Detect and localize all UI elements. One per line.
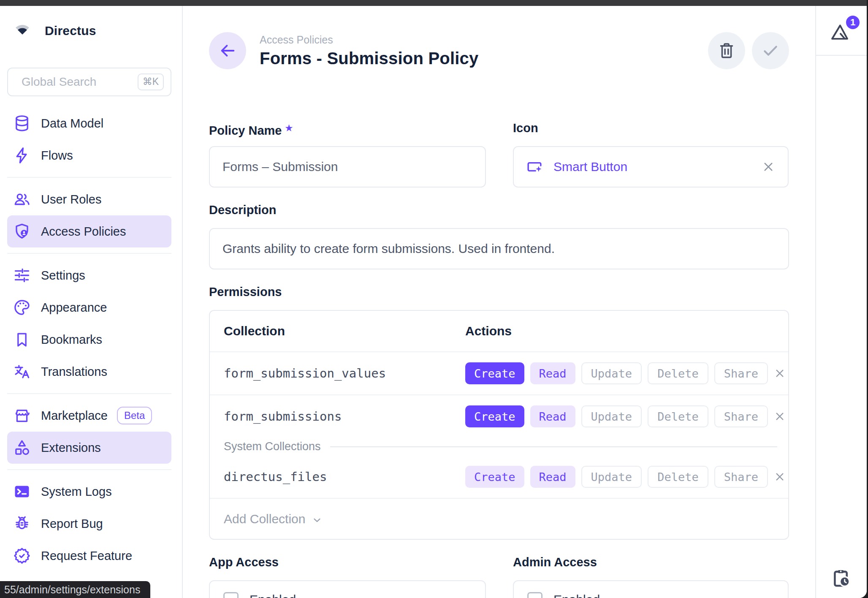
icon-value: Smart Button <box>553 160 627 174</box>
sidebar-item-settings[interactable]: Settings <box>7 259 171 291</box>
sidebar-item-appearance[interactable]: Appearance <box>7 291 171 323</box>
sidebar-item-report-bug[interactable]: Report Bug <box>7 508 171 540</box>
access-section: App Access Enabled Admin Access Enabled <box>209 555 789 598</box>
permission-row-form_submissions: form_submissionsCreateReadUpdateDeleteSh… <box>210 394 788 438</box>
page-header: Access Policies Forms - Submission Polic… <box>209 32 789 69</box>
seal-check-icon <box>13 546 31 565</box>
icon-select[interactable]: Smart Button <box>513 146 789 188</box>
notification-count-badge: 1 <box>845 14 861 30</box>
action-chip-read[interactable]: Read <box>530 362 575 384</box>
app-window: Directus ⌘K Data ModelFlowsUser RolesAcc… <box>0 0 867 598</box>
group-label: System Collections <box>224 440 321 453</box>
app-access-box: Enabled <box>209 580 486 598</box>
beta-badge: Beta <box>117 407 152 424</box>
remove-collection-button[interactable] <box>773 470 787 484</box>
app-access-checkbox-label: Enabled <box>250 593 296 598</box>
search-input[interactable] <box>21 75 138 89</box>
action-chips: CreateReadUpdateDeleteShare <box>465 362 768 384</box>
sidebar-item-access-policies[interactable]: Access Policies <box>7 215 171 247</box>
icon-field: Icon Smart Button <box>513 121 789 188</box>
sidebar-item-flows[interactable]: Flows <box>7 139 171 171</box>
notifications-cell[interactable]: 1 <box>816 6 867 56</box>
sidebar-item-label: Access Policies <box>41 225 126 239</box>
icon-label: Icon <box>513 121 789 135</box>
bolt-icon <box>13 146 31 165</box>
permission-row-form_submission_values: form_submission_valuesCreateReadUpdateDe… <box>210 352 788 394</box>
description-field: Description <box>209 203 789 269</box>
breadcrumb[interactable]: Access Policies <box>260 34 478 46</box>
action-chip-share[interactable]: Share <box>714 362 768 384</box>
directus-logo-icon <box>13 21 32 41</box>
action-chip-delete[interactable]: Delete <box>648 405 708 427</box>
policy-name-field: Policy Name★ <box>209 121 486 188</box>
activity-panel-button[interactable] <box>830 568 852 589</box>
sidebar-divider <box>7 177 171 178</box>
sidebar-item-label: User Roles <box>41 193 101 207</box>
search-shortcut-badge: ⌘K <box>138 73 164 90</box>
title-block: Access Policies Forms - Submission Polic… <box>260 34 478 68</box>
action-chip-create[interactable]: Create <box>465 362 524 384</box>
action-chip-delete[interactable]: Delete <box>648 362 708 384</box>
admin-access-checkbox[interactable] <box>527 592 542 598</box>
sidebar-item-label: Appearance <box>41 301 107 315</box>
app-access-label: App Access <box>209 555 486 569</box>
actions-column-header: Actions <box>465 324 759 338</box>
permissions-label: Permissions <box>209 285 789 299</box>
sidebar-item-user-roles[interactable]: User Roles <box>7 183 171 215</box>
sidebar-item-translations[interactable]: Translations <box>7 356 171 388</box>
logo-row[interactable]: Directus <box>13 21 182 41</box>
action-chip-create[interactable]: Create <box>465 405 524 427</box>
action-chip-share[interactable]: Share <box>714 405 768 427</box>
sidebar-item-request-feature[interactable]: Request Feature <box>7 540 171 572</box>
sidebar-divider <box>7 393 171 394</box>
action-chips: CreateReadUpdateDeleteShare <box>465 405 768 427</box>
sidebar-item-system-logs[interactable]: System Logs <box>7 476 171 508</box>
action-chip-share[interactable]: Share <box>714 466 768 488</box>
chevron-down-icon <box>311 514 323 526</box>
action-chip-update[interactable]: Update <box>581 405 642 427</box>
sidebar-item-marketplace[interactable]: MarketplaceBeta <box>7 400 171 432</box>
header-actions <box>708 32 789 69</box>
save-button[interactable] <box>752 32 789 69</box>
shield-user-icon <box>13 222 31 241</box>
sidebar-item-label: Request Feature <box>41 549 132 563</box>
action-chip-delete[interactable]: Delete <box>648 466 708 488</box>
action-chip-update[interactable]: Update <box>581 466 642 488</box>
sidebar-item-label: System Logs <box>41 485 112 499</box>
policy-name-input[interactable] <box>222 159 473 174</box>
window-top-bar <box>0 0 867 6</box>
action-chips: CreateReadUpdateDeleteShare <box>465 466 768 488</box>
admin-access-box: Enabled <box>513 580 789 598</box>
group-divider-line <box>330 446 777 447</box>
global-search[interactable]: ⌘K <box>7 68 171 96</box>
sidebar-item-label: Settings <box>41 269 85 283</box>
clipboard-clock-icon <box>830 568 852 589</box>
delete-button[interactable] <box>708 32 745 69</box>
sidebar: Directus ⌘K Data ModelFlowsUser RolesAcc… <box>0 6 183 598</box>
app-title: Directus <box>45 24 96 38</box>
admin-access-label: Admin Access <box>513 555 789 569</box>
url-status-tooltip: 55/admin/settings/extensions <box>0 581 150 598</box>
description-label: Description <box>209 203 789 217</box>
sidebar-item-bookmarks[interactable]: Bookmarks <box>7 323 171 356</box>
action-chip-create[interactable]: Create <box>465 466 524 488</box>
description-input[interactable] <box>222 241 776 256</box>
back-button[interactable] <box>209 32 246 69</box>
action-chip-read[interactable]: Read <box>530 466 575 488</box>
storefront-icon <box>13 406 31 425</box>
remove-collection-button[interactable] <box>773 410 787 423</box>
app-access-checkbox[interactable] <box>223 592 239 598</box>
sidebar-item-data-model[interactable]: Data Model <box>7 107 171 139</box>
sidebar-item-extensions[interactable]: Extensions <box>7 432 171 464</box>
system-collections-group: System Collections <box>210 438 788 456</box>
close-icon <box>761 159 776 174</box>
permissions-header-row: Collection Actions <box>210 311 788 352</box>
clear-icon-button[interactable] <box>761 159 776 174</box>
remove-collection-button[interactable] <box>773 367 787 380</box>
policy-name-label: Policy Name★ <box>209 121 486 135</box>
bug-icon <box>13 514 31 533</box>
action-chip-read[interactable]: Read <box>530 405 575 427</box>
sidebar-divider <box>7 253 171 254</box>
add-collection-button[interactable]: Add Collection <box>210 498 788 539</box>
action-chip-update[interactable]: Update <box>581 362 642 384</box>
